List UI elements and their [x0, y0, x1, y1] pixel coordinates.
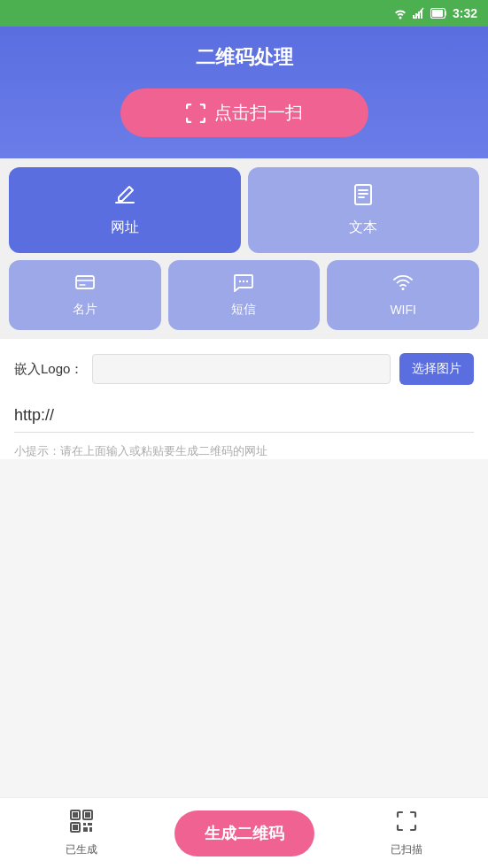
nav-generated[interactable]: 已生成	[0, 809, 163, 857]
svg-rect-22	[85, 812, 90, 818]
wifi-cat-icon	[393, 273, 413, 297]
nav-scanned-label: 已扫描	[391, 842, 422, 857]
svg-rect-24	[83, 823, 86, 826]
logo-label: 嵌入Logo：	[14, 361, 83, 378]
svg-rect-27	[89, 827, 92, 832]
category-wifi[interactable]: WIFI	[327, 260, 479, 330]
hint-text: 小提示：请在上面输入或粘贴要生成二维码的网址	[0, 433, 488, 459]
logo-row: 嵌入Logo： 选择图片	[14, 353, 474, 385]
category-grid-row1: 网址 文本	[0, 158, 488, 253]
status-bar: 3:32	[0, 0, 488, 27]
svg-rect-26	[83, 827, 88, 832]
category-sms[interactable]: 短信	[168, 260, 321, 330]
scan-button-label: 点击扫一扫	[214, 101, 303, 125]
svg-point-17	[402, 288, 405, 290]
wifi-icon	[393, 7, 407, 19]
svg-rect-23	[73, 825, 78, 830]
svg-point-15	[243, 280, 244, 282]
logo-input[interactable]	[92, 354, 391, 384]
select-image-button[interactable]: 选择图片	[399, 353, 474, 385]
doc-icon	[352, 183, 375, 211]
form-area: 嵌入Logo： 选择图片	[0, 339, 488, 433]
card-icon	[75, 273, 95, 296]
app-title: 二维码处理	[196, 44, 293, 71]
svg-rect-11	[76, 276, 94, 288]
scan-button[interactable]: 点击扫一扫	[120, 88, 368, 137]
category-url-label: 网址	[111, 219, 139, 237]
svg-point-14	[239, 280, 241, 282]
url-input[interactable]	[14, 399, 474, 433]
svg-rect-7	[355, 185, 371, 204]
bottom-nav: 已生成 生成二维码 已扫描	[0, 797, 488, 868]
svg-rect-6	[432, 10, 443, 17]
svg-point-16	[246, 280, 248, 282]
edit-icon	[113, 183, 136, 211]
category-url[interactable]: 网址	[9, 167, 241, 253]
scan-frame-icon	[186, 104, 205, 123]
generate-qr-button[interactable]: 生成二维码	[174, 810, 314, 856]
category-card[interactable]: 名片	[9, 260, 161, 330]
sms-icon	[234, 273, 253, 296]
category-card-label: 名片	[73, 302, 97, 318]
time-display: 3:32	[453, 6, 477, 20]
svg-rect-25	[88, 823, 92, 826]
qr-code-icon	[69, 809, 94, 839]
category-wifi-label: WIFI	[390, 303, 416, 317]
status-icons: 3:32	[393, 6, 477, 20]
nav-scanned[interactable]: 已扫描	[325, 809, 488, 857]
nav-generated-label: 已生成	[66, 842, 97, 857]
svg-rect-21	[73, 812, 78, 818]
category-text-label: 文本	[349, 219, 377, 237]
battery-icon	[430, 8, 448, 19]
signal-icon	[412, 7, 426, 19]
nav-center: 生成二维码	[163, 810, 326, 856]
category-text[interactable]: 文本	[248, 167, 480, 253]
category-grid-row2: 名片 短信 WIFI	[0, 253, 488, 339]
app-header: 二维码处理 点击扫一扫	[0, 27, 488, 158]
scan-nav-icon	[394, 809, 419, 839]
category-sms-label: 短信	[231, 302, 256, 318]
